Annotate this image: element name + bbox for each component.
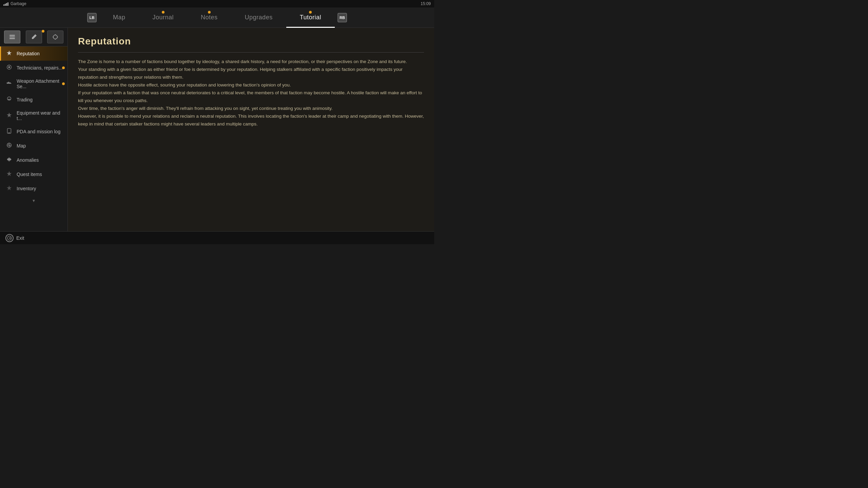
lb-button[interactable]: LB xyxy=(87,13,97,22)
sidebar-icon-tabs xyxy=(0,28,67,46)
sidebar-item-anomalies[interactable]: Anomalies xyxy=(0,153,67,167)
sidebar-item-quest-items[interactable]: Quest items xyxy=(0,167,67,181)
content-paragraph-5: Over time, the faction's anger will dimi… xyxy=(78,105,424,113)
svg-rect-2 xyxy=(9,38,15,39)
sidebar-item-label: Reputation xyxy=(17,51,40,56)
sidebar-item-equipment[interactable]: Equipment wear and t... xyxy=(0,107,67,124)
exit-button[interactable]: Exit xyxy=(5,234,24,242)
sidebar-item-pda[interactable]: PDA and mission log xyxy=(0,124,67,139)
sidebar-item-label: Weapon Attachment Se... xyxy=(17,78,63,89)
content-paragraph-3: Hostile actions have the opposite effect… xyxy=(78,81,424,89)
system-time: 15:09 xyxy=(421,1,431,6)
sidebar-item-label: Equipment wear and t... xyxy=(17,110,63,121)
content-divider xyxy=(78,52,424,53)
system-bar-left: Garbage xyxy=(3,1,26,6)
exit-icon xyxy=(5,234,14,242)
anomalies-icon xyxy=(6,156,13,164)
content-title: Reputation xyxy=(78,36,424,47)
trading-icon xyxy=(6,96,13,103)
sidebar-item-label: Quest items xyxy=(17,172,42,177)
tab-upgrades[interactable]: Upgrades xyxy=(231,7,286,28)
list-view-button[interactable] xyxy=(4,31,20,43)
sidebar-item-label: Anomalies xyxy=(17,157,39,163)
sidebar-item-inventory[interactable]: Inventory xyxy=(0,181,67,196)
sidebar: Reputation Technicians, repairs... Weapo… xyxy=(0,28,68,231)
rb-button[interactable]: RB xyxy=(337,13,347,22)
sidebar-item-label: PDA and mission log xyxy=(17,129,60,134)
top-nav: LB Map Journal Notes Upgrades Tutorial R… xyxy=(0,7,434,28)
sidebar-item-label: Trading xyxy=(17,97,33,102)
content-paragraph-1: The Zone is home to a number of factions… xyxy=(78,58,424,66)
reputation-icon xyxy=(6,50,13,57)
sidebar-item-map[interactable]: Map xyxy=(0,139,67,153)
crosshair-view-button[interactable] xyxy=(47,31,63,43)
app-name: Garbage xyxy=(11,1,26,6)
svg-rect-10 xyxy=(8,82,9,82)
sidebar-item-weapon-attachment[interactable]: Weapon Attachment Se... xyxy=(0,75,67,93)
technicians-dot xyxy=(62,66,65,69)
map-icon xyxy=(6,142,13,150)
svg-rect-0 xyxy=(9,35,15,36)
sidebar-item-technicians[interactable]: Technicians, repairs... xyxy=(0,61,67,75)
sidebar-item-label: Inventory xyxy=(17,186,36,191)
svg-point-3 xyxy=(53,35,57,39)
signal-bars xyxy=(3,2,8,6)
weapon-attachment-icon xyxy=(6,80,13,87)
tab-map[interactable]: Map xyxy=(99,7,139,28)
svg-point-20 xyxy=(8,157,10,162)
pda-icon xyxy=(6,128,13,135)
svg-point-12 xyxy=(7,99,11,100)
equipment-icon xyxy=(6,112,13,119)
bottom-bar: Exit xyxy=(0,231,434,244)
exit-label: Exit xyxy=(16,235,24,241)
main-content: Reputation Technicians, repairs... Weapo… xyxy=(0,28,434,231)
system-bar: Garbage 15:09 xyxy=(0,0,434,7)
inventory-icon xyxy=(6,185,13,192)
tab-notes[interactable]: Notes xyxy=(187,7,231,28)
sidebar-item-reputation[interactable]: Reputation xyxy=(0,46,67,61)
content-panel: Reputation The Zone is home to a number … xyxy=(68,28,434,231)
write-view-button[interactable] xyxy=(26,31,42,43)
quest-items-icon xyxy=(6,171,13,178)
sidebar-item-label: Technicians, repairs... xyxy=(17,65,62,71)
content-body: The Zone is home to a number of factions… xyxy=(78,58,424,128)
weapon-dot xyxy=(62,82,65,85)
tab-journal[interactable]: Journal xyxy=(139,7,188,28)
tab-tutorial[interactable]: Tutorial xyxy=(286,7,335,28)
sidebar-scroll-arrow[interactable]: ▼ xyxy=(0,196,67,206)
svg-rect-1 xyxy=(9,37,15,37)
content-paragraph-6: However, it is possible to mend your rel… xyxy=(78,113,424,128)
sidebar-item-label: Map xyxy=(17,143,26,149)
view-dot-indicator xyxy=(42,30,44,33)
content-paragraph-2: Your standing with a given faction as ei… xyxy=(78,66,424,81)
technicians-icon xyxy=(6,64,13,72)
sidebar-item-trading[interactable]: Trading xyxy=(0,93,67,107)
svg-point-9 xyxy=(8,66,10,68)
content-paragraph-4: If your reputation with a faction that w… xyxy=(78,89,424,105)
